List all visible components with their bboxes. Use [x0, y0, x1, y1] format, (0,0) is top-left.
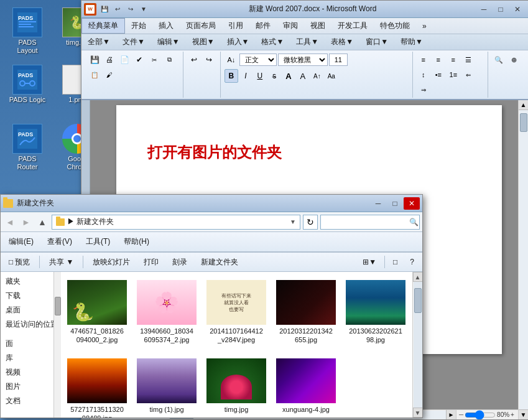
menu-insert[interactable]: 插入 [152, 18, 180, 34]
exp-scroll-up[interactable]: ▲ [413, 272, 423, 282]
font-size-inc-btn[interactable]: A↑ [310, 69, 324, 83]
preview-icon[interactable]: 📄 [118, 53, 131, 67]
print-btn[interactable]: 打印 [138, 254, 164, 270]
align-right-icon[interactable]: ≡ [447, 53, 460, 67]
file-item-7[interactable]: timg.jpg [205, 355, 267, 418]
copy-icon[interactable]: ⧉ [162, 53, 176, 67]
print-icon[interactable]: 🖨 [103, 53, 116, 67]
menu-start[interactable]: 开始 [125, 18, 152, 34]
menu2-all[interactable]: 全部▼ [81, 34, 116, 50]
exp-restore-btn[interactable]: □ [387, 197, 403, 210]
align-center-icon[interactable]: ≡ [432, 53, 445, 67]
nav-item-favorites[interactable]: 藏夹 [1, 274, 53, 289]
file-item-6[interactable]: timg (1).jpg [136, 355, 198, 418]
file-item-5[interactable]: 57271713511320 08489.jpg [66, 355, 128, 418]
save-quick-btn[interactable]: 💾 [99, 4, 110, 15]
close-btn[interactable]: ✕ [509, 3, 526, 16]
file-item-0[interactable]: 4746571_081826094000_2.jpg [66, 277, 128, 348]
file-item-8[interactable]: xunguang-4.jpg [275, 355, 337, 418]
menu2-tools[interactable]: 工具▼ [290, 34, 325, 50]
menu-review[interactable]: 审阅 [277, 18, 304, 34]
refresh-btn[interactable]: ↻ [303, 215, 318, 230]
cut-icon[interactable]: ✂ [147, 53, 161, 67]
font-size-input[interactable] [329, 54, 348, 66]
italic-btn[interactable]: I [239, 69, 252, 83]
search-input[interactable] [323, 218, 409, 226]
align-left-icon[interactable]: ≡ [417, 53, 430, 67]
new-folder-btn[interactable]: 新建文件夹 [195, 254, 244, 270]
tools-btn[interactable]: 工具(T) [80, 234, 116, 250]
more-quick-btn[interactable]: ▼ [138, 4, 149, 15]
nav-scroll-thumb[interactable] [55, 297, 61, 315]
menu-classic[interactable]: 经典菜单 [81, 18, 125, 34]
bold-btn[interactable]: B [225, 69, 238, 83]
burn-btn[interactable]: 刻录 [167, 254, 193, 270]
menu2-file[interactable]: 文件▼ [116, 34, 151, 50]
menu-special[interactable]: 特色功能 [374, 18, 416, 34]
nav-item-library[interactable]: 库 [1, 351, 53, 365]
nav-item-desktop[interactable]: 桌面 [1, 303, 53, 317]
file-item-3[interactable]: 20120312201342655.jpg [275, 277, 337, 348]
undo-quick-btn[interactable]: ↩ [112, 4, 123, 15]
find-icon[interactable]: 🔍 [492, 53, 506, 67]
view-mode-btn[interactable]: ⊞▼ [357, 254, 382, 270]
bullets-icon[interactable]: •≡ [432, 68, 445, 82]
exp-scroll-thumb[interactable] [414, 288, 422, 313]
justify-icon[interactable]: ☰ [461, 53, 475, 67]
line-spacing-icon[interactable]: ↕ [417, 68, 430, 82]
font-size-dec-btn[interactable]: Aa [325, 69, 338, 83]
menu2-table[interactable]: 表格▼ [325, 34, 359, 50]
underline-btn[interactable]: U [253, 69, 267, 83]
redo-icon[interactable]: ↪ [202, 53, 216, 67]
nav-item-face[interactable]: 面 [1, 337, 53, 351]
outdent-icon[interactable]: ⇐ [461, 68, 475, 82]
zoom-icon[interactable]: ⊕ [507, 53, 521, 67]
font-highlight-btn[interactable]: A [296, 69, 310, 83]
help-exp-btn[interactable]: ? [404, 254, 420, 270]
indent-icon[interactable]: ⇒ [417, 83, 430, 96]
address-box[interactable]: ▶ 新建文件夹 ▼ [52, 215, 300, 230]
menu-view[interactable]: 视图 [304, 18, 331, 34]
menu-reference[interactable]: 引用 [222, 18, 249, 34]
scroll-right-btn[interactable]: ► [446, 410, 456, 420]
organize-btn[interactable]: 编辑(E) [3, 234, 39, 250]
save-icon[interactable]: 💾 [88, 53, 101, 67]
numbering-icon[interactable]: 1≡ [447, 68, 460, 82]
scroll-thumb-word[interactable] [520, 113, 527, 132]
scroll-down-btn[interactable]: ▼ [519, 409, 529, 419]
search-box[interactable]: 🔍 [320, 215, 420, 230]
nav-item-docs[interactable]: 文档 [1, 394, 53, 408]
minimize-btn[interactable]: ─ [476, 3, 492, 16]
maximize-btn[interactable]: □ [493, 3, 509, 16]
nav-item-pictures[interactable]: 图片 [1, 380, 53, 394]
menu-more[interactable]: » [416, 18, 433, 34]
preview-btn[interactable]: □ 预览 [3, 254, 35, 270]
menu-mail[interactable]: 邮件 [249, 18, 277, 34]
exp-minimize-btn[interactable]: ─ [370, 197, 386, 210]
menu2-edit[interactable]: 编辑▼ [151, 34, 186, 50]
font-decrease-icon[interactable]: A↓ [225, 53, 238, 67]
font-color-A-btn[interactable]: A [282, 69, 295, 83]
menu2-window[interactable]: 窗口▼ [359, 34, 394, 50]
scroll-up-btn[interactable]: ▲ [519, 100, 529, 110]
nav-item-download[interactable]: 下载 [1, 289, 53, 303]
detail-pane-btn[interactable]: □ [387, 254, 403, 270]
exp-scroll-down[interactable]: ▼ [413, 408, 423, 418]
desktop-icon-pads-logic[interactable]: PADS PADS Logic [5, 62, 50, 106]
slideshow-btn[interactable]: 放映幻灯片 [87, 254, 136, 270]
zoom-slider[interactable] [465, 413, 496, 418]
strikethrough-btn[interactable]: S̶ [267, 69, 281, 83]
up-btn[interactable]: ▲ [35, 215, 49, 229]
desktop-icon-pads-layout[interactable]: PADS PADSLayout [5, 5, 50, 57]
file-item-1[interactable]: 🌸 13940660_180346095374_2.jpg [136, 277, 198, 348]
share-btn[interactable]: 共享 ▼ [44, 254, 79, 270]
search-icon[interactable]: 🔍 [409, 218, 419, 226]
menu2-help[interactable]: 帮助▼ [394, 34, 429, 50]
back-btn[interactable]: ◄ [3, 215, 17, 229]
file-item-2[interactable]: 有些话写下来就算没人看也要写 20141107164412_v284V.jpeg [205, 277, 267, 348]
spell-icon[interactable]: ✔ [132, 53, 146, 67]
format-painter-icon[interactable]: 🖌 [103, 68, 116, 82]
redo-quick-btn[interactable]: ↪ [125, 4, 136, 15]
menu2-insert[interactable]: 插入▼ [221, 34, 256, 50]
paste-icon[interactable]: 📋 [88, 68, 101, 82]
